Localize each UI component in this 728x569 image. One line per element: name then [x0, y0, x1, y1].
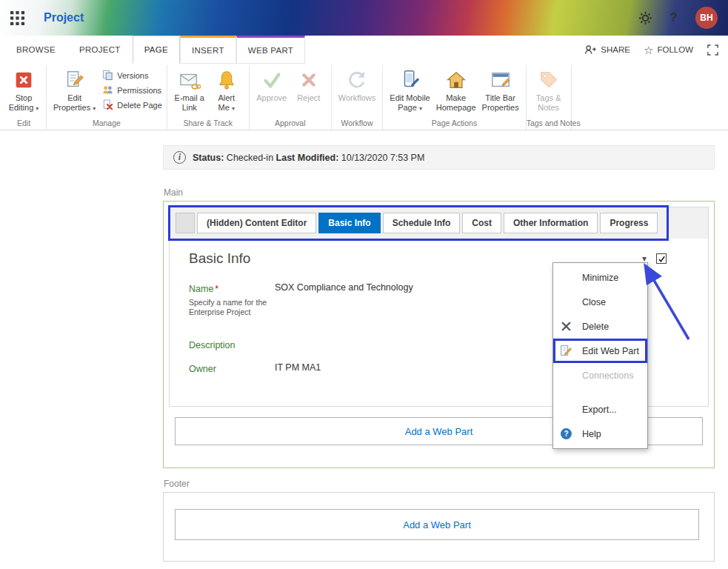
tab-page[interactable]: PAGE	[133, 36, 180, 64]
status-label: Status:	[193, 153, 224, 163]
ribbon-group-edit: StopEditing ▾Edit	[1, 65, 47, 130]
ribbon-button-make-homepage[interactable]: MakeHomepage	[434, 67, 478, 114]
permissions-icon	[102, 84, 113, 96]
field-label-description: Description	[189, 340, 236, 350]
webpart-tab-stub	[176, 213, 195, 233]
ribbon-group-page-actions: Edit MobilePage ▾MakeHomepageTitle BarPr…	[383, 65, 526, 130]
button-label: Tags &Notes	[536, 93, 561, 112]
ribbon-button-edit-mobile-page[interactable]: Edit MobilePage ▾	[387, 67, 432, 116]
required-asterisk: *	[215, 284, 218, 294]
menu-item-help[interactable]: ?Help	[553, 422, 647, 446]
menu-item-export[interactable]: Export...	[553, 397, 647, 422]
ribbon-button-title-bar-properties[interactable]: Title BarProperties	[480, 67, 521, 114]
menu-item-delete[interactable]: Delete	[553, 314, 647, 339]
info-icon: i	[173, 151, 186, 164]
menu-item-minimize[interactable]: Minimize	[553, 265, 647, 290]
footer-zone-label: Footer	[164, 479, 715, 489]
ribbon-button-workflows[interactable]: Workflows	[336, 67, 378, 105]
tab-project[interactable]: PROJECT	[67, 36, 133, 64]
ribbon-group-label: Tags and Notes	[527, 119, 571, 127]
ribbon-group-share-track: E-mail aLinkAlertMe ▾Share & Track	[167, 65, 250, 130]
tab-web-part[interactable]: WEB PART	[236, 36, 305, 64]
button-label: Delete Page	[117, 101, 162, 110]
add-webpart-link-footer[interactable]: Add a Web Part	[403, 519, 471, 530]
button-label: MakeHomepage	[436, 93, 476, 112]
webpart-header-controls: ▾	[642, 253, 708, 264]
field-help-name: Specify a name for the Enterprise Projec…	[189, 298, 269, 317]
ribbon-button-tags-notes[interactable]: Tags &Notes	[531, 67, 567, 114]
webpart-select-checkbox[interactable]	[656, 253, 667, 264]
nav-tabs: BROWSEPROJECTPAGEINSERTWEB PART	[0, 36, 305, 64]
delete-page-icon	[102, 99, 113, 110]
button-label: Reject	[297, 93, 320, 103]
ribbon-button-permissions[interactable]: Permissions	[102, 84, 162, 96]
ribbon-button-reject[interactable]: Reject	[291, 67, 327, 105]
ribbon-group-tags-and-notes: Tags &NotesTags and Notes	[527, 65, 572, 130]
follow-label: FOLLOW	[657, 45, 693, 54]
add-webpart-link-main[interactable]: Add a Web Part	[405, 426, 473, 437]
button-label: E-mail aLink	[175, 93, 204, 112]
main-zone-label: Main	[164, 187, 715, 198]
email-link-icon	[178, 69, 201, 91]
help-icon[interactable]: ?	[670, 10, 678, 25]
button-label: StopEditing ▾	[9, 93, 39, 113]
webpart-tab-schedule-info[interactable]: Schedule Info	[383, 213, 461, 233]
tab-browse[interactable]: BROWSE	[4, 36, 67, 64]
nav-actions: SHARE ☆ FOLLOW	[584, 36, 728, 64]
ribbon-button-edit-properties[interactable]: EditProperties ▾	[51, 67, 98, 116]
delete-icon	[560, 320, 572, 333]
tab-insert[interactable]: INSERT	[180, 36, 236, 64]
alert-me-icon	[216, 69, 238, 91]
webpart-tab-basic-info[interactable]: Basic Info	[318, 213, 380, 233]
menu-item-label: Delete	[582, 322, 609, 332]
share-button[interactable]: SHARE	[584, 44, 630, 55]
suite-bar-right: ? BH	[638, 7, 728, 29]
ribbon-group-manage: EditProperties ▾VersionsPermissionsDelet…	[47, 65, 167, 130]
stop-editing-icon	[13, 69, 35, 91]
status-value: Checked-in	[227, 153, 273, 163]
ribbon-button-alert-me[interactable]: AlertMe ▾	[209, 67, 244, 116]
menu-item-label: Close	[582, 297, 606, 307]
ribbon-group-workflow: WorkflowsWorkflow	[332, 65, 384, 130]
menu-item-connections[interactable]: Connections	[553, 363, 647, 387]
workflows-icon	[346, 69, 368, 91]
menu-item-close[interactable]: Close	[553, 290, 647, 314]
star-icon: ☆	[644, 44, 653, 56]
settings-gear-icon[interactable]	[638, 11, 652, 25]
modified-value: 10/13/2020 7:53 PM	[341, 153, 425, 163]
footer-webpart-zone: Add a Web Part	[163, 492, 715, 562]
field-value-name: SOX Compliance and Technology	[275, 282, 413, 317]
tags-notes-icon	[538, 69, 560, 91]
ribbon-button-delete-page[interactable]: Delete Page	[102, 99, 162, 110]
menu-item-edit-web-part[interactable]: Edit Web Part	[553, 339, 647, 363]
focus-mode-icon[interactable]	[707, 44, 719, 56]
webpart-tab-other-information[interactable]: Other Information	[504, 213, 598, 233]
reject-icon	[298, 69, 320, 91]
follow-button[interactable]: ☆ FOLLOW	[644, 44, 693, 56]
webpart-tab-hidden-content-editor[interactable]: (Hidden) Content Editor	[197, 213, 316, 233]
add-webpart-box-footer: Add a Web Part	[175, 509, 699, 540]
ribbon-button-stop-editing[interactable]: StopEditing ▾	[6, 67, 41, 116]
ribbon-button-versions[interactable]: Versions	[102, 70, 162, 81]
versions-icon	[102, 70, 113, 81]
field-label-name: Name	[189, 284, 213, 294]
help-icon: ?	[560, 427, 572, 440]
share-icon	[584, 44, 597, 55]
app-launcher-icon[interactable]	[10, 11, 24, 25]
ribbon-button-approve[interactable]: Approve	[254, 67, 290, 105]
avatar[interactable]: BH	[695, 7, 718, 29]
main-webpart-zone: (Hidden) Content EditorBasic InfoSchedul…	[163, 201, 715, 468]
modified-label: Last Modified:	[276, 153, 339, 163]
ribbon-button-e-mail-a-link[interactable]: E-mail aLink	[172, 67, 207, 114]
button-label: Workflows	[338, 93, 376, 103]
ribbon-group-label: Share & Track	[167, 119, 249, 127]
webpart-tabstrip: (Hidden) Content EditorBasic InfoSchedul…	[170, 207, 708, 239]
app-title[interactable]: Project	[44, 11, 84, 24]
suite-bar: Project ? BH	[0, 0, 728, 36]
webpart-tab-cost[interactable]: Cost	[462, 213, 501, 233]
ribbon-group-label: Edit	[1, 119, 46, 127]
button-label: AlertMe ▾	[218, 93, 235, 113]
webpart-title: Basic Info	[189, 250, 250, 267]
webpart-tab-progress[interactable]: Progress	[600, 213, 658, 233]
menu-item-label: Edit Web Part	[582, 346, 639, 356]
